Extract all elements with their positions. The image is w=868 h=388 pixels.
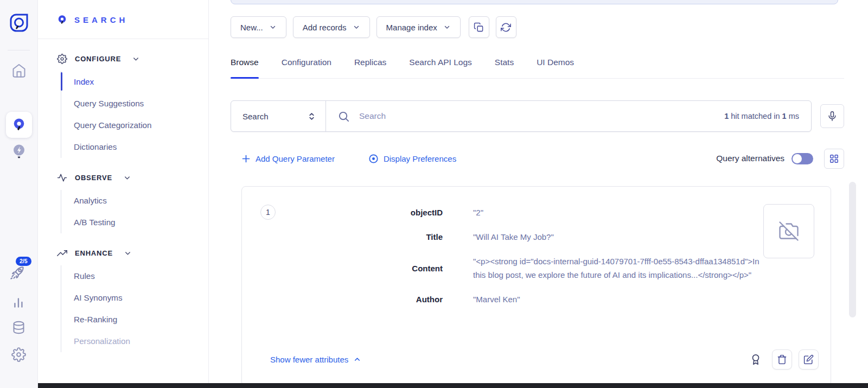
tab-ui-demos[interactable]: UI Demos bbox=[537, 58, 574, 78]
attribute-row: objectID "2" bbox=[261, 206, 811, 219]
sidebar-item-query-suggestions[interactable]: Query Suggestions bbox=[74, 93, 208, 115]
record-actions bbox=[750, 349, 819, 370]
refresh-button[interactable] bbox=[496, 16, 516, 38]
attribute-value: "Will AI Take My Job?" bbox=[473, 230, 766, 244]
add-query-parameter-link[interactable]: Add Query Parameter bbox=[241, 154, 335, 163]
app-rail: 2/5 bbox=[0, 0, 38, 388]
attribute-value: "2" bbox=[473, 206, 766, 219]
sidebar-item-ab-testing[interactable]: A/B Testing bbox=[74, 212, 208, 233]
sidebar-item-re-ranking[interactable]: Re-Ranking bbox=[74, 309, 208, 330]
chevron-down-icon bbox=[124, 249, 132, 257]
sidebar-item-analytics[interactable]: Analytics bbox=[74, 190, 208, 212]
group-label: CONFIGURE bbox=[75, 55, 121, 63]
manage-index-label: Manage index bbox=[386, 23, 437, 32]
layout-grid-button[interactable] bbox=[824, 149, 844, 169]
display-preferences-label: Display Preferences bbox=[384, 154, 456, 163]
sidebar-item-dictionaries[interactable]: Dictionaries bbox=[74, 136, 208, 158]
sidebar-group-observe: OBSERVE Analytics A/B Testing bbox=[57, 173, 208, 233]
add-records-label: Add records bbox=[303, 23, 347, 32]
group-header-enhance[interactable]: ENHANCE bbox=[57, 248, 208, 258]
group-items-observe: Analytics A/B Testing bbox=[61, 190, 208, 233]
window-bottom-edge bbox=[38, 383, 868, 388]
toggle-knob bbox=[793, 154, 802, 163]
add-records-button[interactable]: Add records bbox=[293, 16, 370, 38]
index-tabs: Browse Configuration Replicas Search API… bbox=[231, 58, 844, 79]
new-button-label: New... bbox=[240, 23, 263, 32]
record-rank-badge: 1 bbox=[260, 205, 276, 220]
query-alternatives-toggle[interactable] bbox=[792, 153, 813, 164]
chevron-down-icon bbox=[443, 23, 451, 31]
analytics-bars-icon[interactable] bbox=[12, 296, 26, 310]
chevron-up-icon bbox=[353, 355, 361, 364]
sidebar-header: SEARCH bbox=[38, 0, 208, 25]
record-card: 1 objectID "2" Title "Will AI Take My Jo… bbox=[241, 186, 831, 386]
sidebar-item-ai-synonyms[interactable]: AI Synonyms bbox=[74, 287, 208, 309]
show-fewer-label: Show fewer attributes bbox=[270, 355, 348, 364]
sidebar-group-configure: CONFIGURE Index Query Suggestions Query … bbox=[57, 54, 208, 158]
copy-icon bbox=[474, 22, 484, 33]
search-scope-value: Search bbox=[242, 112, 269, 121]
edit-icon bbox=[803, 354, 814, 365]
chevrons-up-down-icon bbox=[307, 112, 316, 121]
sidebar-item-rules[interactable]: Rules bbox=[74, 265, 208, 287]
search-input[interactable] bbox=[359, 111, 715, 121]
tab-search-api-logs[interactable]: Search API Logs bbox=[409, 58, 471, 78]
sidebar-divider bbox=[38, 39, 208, 39]
group-header-observe[interactable]: OBSERVE bbox=[57, 173, 208, 183]
attribute-value: "Marvel Ken" bbox=[473, 292, 766, 306]
new-index-button[interactable]: New... bbox=[231, 16, 286, 38]
sidebar-group-enhance: ENHANCE Rules AI Synonyms Re-Ranking Per… bbox=[57, 248, 208, 352]
home-icon[interactable] bbox=[11, 63, 27, 78]
chevron-down-icon bbox=[353, 23, 360, 31]
search-box: Search 1 hit matched in 1 ms bbox=[231, 100, 812, 132]
chevron-down-icon bbox=[132, 55, 140, 63]
query-alternatives-group: Query alternatives bbox=[716, 149, 844, 169]
rocket-icon[interactable] bbox=[9, 264, 26, 282]
group-label: OBSERVE bbox=[75, 174, 112, 182]
grid-icon bbox=[829, 154, 839, 164]
vertical-scrollbar-thumb[interactable] bbox=[849, 182, 856, 317]
settings-gear-icon[interactable] bbox=[11, 347, 26, 362]
ranking-info-icon[interactable] bbox=[750, 354, 762, 366]
sidebar-item-index[interactable]: Index bbox=[74, 71, 208, 93]
attribute-name: Author bbox=[261, 292, 443, 306]
record-image-placeholder bbox=[763, 204, 814, 258]
tab-browse[interactable]: Browse bbox=[231, 58, 259, 78]
attribute-value: "<p><strong id="docs-internal-guid-14079… bbox=[473, 255, 766, 282]
chevron-down-icon bbox=[123, 174, 131, 182]
sidebar-item-personalization[interactable]: Personalization bbox=[74, 330, 208, 352]
microphone-icon bbox=[827, 111, 838, 122]
refresh-icon bbox=[501, 22, 511, 33]
search-product-icon[interactable] bbox=[6, 112, 32, 138]
voice-search-button[interactable] bbox=[820, 104, 844, 128]
query-alternatives-label: Query alternatives bbox=[716, 154, 784, 163]
search-row: Search 1 hit matched in 1 ms bbox=[231, 100, 844, 132]
tab-stats[interactable]: Stats bbox=[495, 58, 514, 78]
database-icon[interactable] bbox=[11, 320, 26, 335]
camera-off-icon bbox=[779, 221, 799, 241]
search-mini-icon bbox=[57, 15, 67, 25]
query-options-row: Add Query Parameter Display Preferences … bbox=[231, 148, 844, 169]
hits-summary: 1 hit matched in 1 ms bbox=[724, 112, 799, 120]
trash-icon bbox=[777, 354, 787, 365]
manage-index-button[interactable]: Manage index bbox=[376, 16, 461, 38]
eye-icon bbox=[368, 154, 379, 164]
edit-record-button[interactable] bbox=[799, 349, 819, 370]
recommend-bulb-icon[interactable] bbox=[11, 143, 27, 160]
search-scope-select[interactable]: Search bbox=[231, 101, 326, 131]
copy-index-button[interactable] bbox=[469, 16, 489, 38]
tab-configuration[interactable]: Configuration bbox=[282, 58, 331, 78]
delete-record-button[interactable] bbox=[772, 349, 792, 370]
tab-replicas[interactable]: Replicas bbox=[354, 58, 386, 78]
group-header-configure[interactable]: CONFIGURE bbox=[57, 54, 208, 64]
algolia-logo-icon[interactable] bbox=[7, 11, 31, 35]
search-icon bbox=[337, 110, 350, 123]
search-sidebar: SEARCH CONFIGURE Index Query Suggestions… bbox=[38, 0, 209, 388]
hits-text: hit matched in bbox=[731, 112, 780, 120]
show-fewer-attributes-link[interactable]: Show fewer attributes bbox=[270, 355, 361, 364]
add-query-parameter-label: Add Query Parameter bbox=[256, 154, 335, 163]
display-preferences-link[interactable]: Display Preferences bbox=[368, 154, 456, 164]
hits-time: 1 bbox=[782, 112, 787, 120]
pulse-icon bbox=[57, 173, 67, 183]
sidebar-item-query-categorization[interactable]: Query Categorization bbox=[74, 115, 208, 136]
